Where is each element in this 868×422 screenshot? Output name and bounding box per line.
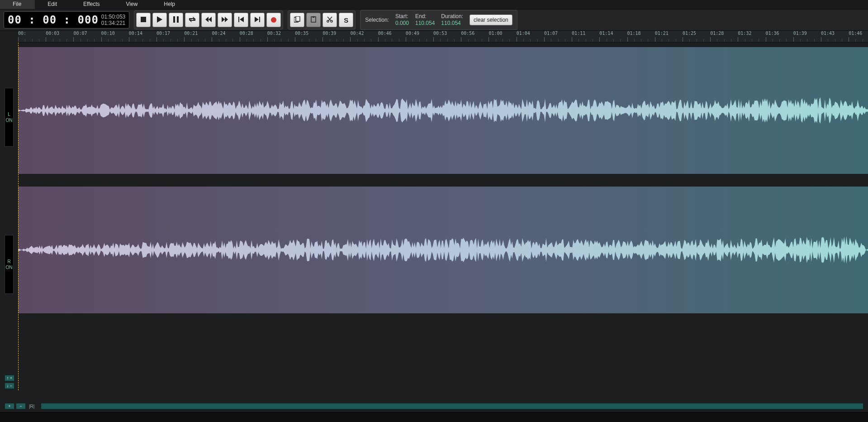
ruler-tick: 01:18 (627, 31, 641, 36)
hzoom-out-button[interactable]: − (16, 403, 26, 409)
ruler-tick: 01:07 (544, 31, 558, 36)
stop-icon (141, 16, 146, 24)
vzoom-in-button[interactable]: ↑ + (5, 375, 14, 381)
svg-marker-9 (240, 17, 244, 22)
playhead[interactable] (18, 43, 19, 390)
time-length: 01:34:221 (101, 20, 125, 26)
svg-rect-2 (173, 16, 175, 23)
ruler-tick: 00:21 (184, 31, 198, 36)
vzoom-controls2: ↓ − (5, 383, 14, 389)
time-current: 00 : 00 : 000 (8, 14, 99, 26)
pause-icon (173, 16, 179, 24)
time-ruler[interactable]: 00:00:0300:0700:1000:1400:1700:2100:2400… (18, 31, 868, 43)
waveform-left (18, 47, 868, 174)
zoom-reset-button[interactable]: |R| (29, 404, 34, 409)
waveform-track-left[interactable] (18, 47, 868, 174)
selection-start-label: Start: (395, 13, 408, 20)
menu-edit[interactable]: Edit (35, 0, 71, 9)
tracks-area: L ON R ON ↑ + ↓ − (0, 43, 868, 390)
skip-start-icon (238, 16, 244, 24)
svg-marker-10 (255, 17, 259, 22)
ruler-tick: 00:46 (378, 31, 392, 36)
ruler-tick: 00:32 (267, 31, 281, 36)
skip-start-button[interactable] (234, 13, 248, 27)
svg-rect-3 (177, 16, 179, 23)
copy-button[interactable] (290, 13, 304, 27)
menu-view[interactable]: View (114, 0, 152, 9)
ruler-tick: 01:00 (489, 31, 502, 36)
loop-button[interactable] (185, 13, 199, 27)
menu-bar: File Edit Effects View Help (0, 0, 868, 9)
ruler-tick: 00:35 (295, 31, 308, 36)
svg-marker-1 (157, 16, 162, 23)
channel-label-left[interactable]: L ON (5, 88, 14, 147)
ruler-tick: 01:04 (517, 31, 530, 36)
paste-button[interactable] (306, 13, 321, 27)
clear-selection-button[interactable]: clear selection (470, 14, 512, 25)
svg-marker-5 (209, 17, 212, 22)
channel-r-on: ON (6, 265, 13, 270)
hzoom-controls: + − |R| (5, 403, 34, 409)
selection-duration-value: 110.054 (441, 20, 460, 27)
svg-rect-8 (238, 17, 239, 22)
ruler-tick: 00:49 (406, 31, 419, 36)
skip-end-button[interactable] (250, 13, 265, 27)
ruler-tick: 01:36 (766, 31, 779, 36)
ruler-tick: 01:46 (849, 31, 862, 36)
vzoom-controls: ↑ + (5, 375, 14, 381)
rewind-icon (205, 16, 212, 24)
scrollbar-thumb[interactable] (41, 403, 863, 409)
rewind-button[interactable] (201, 13, 216, 27)
menu-help[interactable]: Help (151, 0, 189, 9)
ruler-tick: 01:32 (738, 31, 751, 36)
selection-start-value: 0.000 (395, 20, 409, 27)
time-total: 01:50:053 (101, 14, 125, 20)
fast-forward-icon (222, 16, 228, 24)
toolbar: 00 : 00 : 000 01:50:053 01:34:221 S Sele… (0, 9, 868, 31)
ruler-tick: 01:21 (655, 31, 669, 36)
cut-button[interactable] (323, 13, 337, 27)
channel-l-on: ON (6, 118, 13, 123)
workspace: 00:00:0300:0700:1000:1400:1700:2100:2400… (0, 31, 868, 412)
channel-l: L (8, 112, 10, 117)
svg-marker-4 (205, 17, 209, 22)
pause-button[interactable] (169, 13, 183, 27)
svg-marker-7 (225, 17, 228, 22)
edit-group: S (288, 10, 356, 29)
ruler-tick: 00:14 (129, 31, 142, 36)
svg-rect-11 (259, 17, 260, 22)
hzoom-in-button[interactable]: + (5, 403, 14, 409)
transport-group (134, 10, 283, 29)
record-icon (271, 17, 276, 23)
ruler-tick: 01:25 (683, 31, 696, 36)
forward-button[interactable] (218, 13, 232, 27)
ruler-tick: 01:43 (821, 31, 835, 36)
script-button[interactable]: S (339, 13, 353, 27)
copy-icon (294, 16, 300, 24)
svg-rect-0 (141, 17, 146, 22)
scissors-icon (327, 16, 333, 24)
svg-rect-13 (296, 16, 300, 21)
channel-label-right[interactable]: R ON (5, 235, 14, 294)
ruler-tick: 00:28 (240, 31, 253, 36)
play-icon (157, 16, 162, 24)
skip-end-icon (255, 16, 260, 24)
ruler-tick: 00:56 (461, 31, 474, 36)
stop-button[interactable] (136, 13, 151, 27)
time-display: 00 : 00 : 000 01:50:053 01:34:221 (4, 11, 129, 29)
ruler-tick: 00: (18, 31, 26, 36)
waveform-track-right[interactable] (18, 187, 868, 313)
ruler-tick: 00:17 (157, 31, 170, 36)
menu-file[interactable]: File (0, 0, 35, 9)
vzoom-out-button[interactable]: ↓ − (5, 383, 14, 389)
horizontal-scrollbar[interactable] (41, 403, 863, 409)
play-button[interactable] (152, 13, 167, 27)
menu-effects[interactable]: Effects (71, 0, 113, 9)
selection-end-value: 110.054 (415, 20, 435, 27)
channel-r: R (7, 259, 10, 264)
selection-panel: Selection: Start:0.000 End:110.054 Durat… (360, 10, 517, 30)
record-button[interactable] (266, 13, 281, 27)
ruler-tick: 00:42 (350, 31, 364, 36)
ruler-tick: 00:10 (101, 31, 115, 36)
ruler-tick: 00:24 (212, 31, 225, 36)
